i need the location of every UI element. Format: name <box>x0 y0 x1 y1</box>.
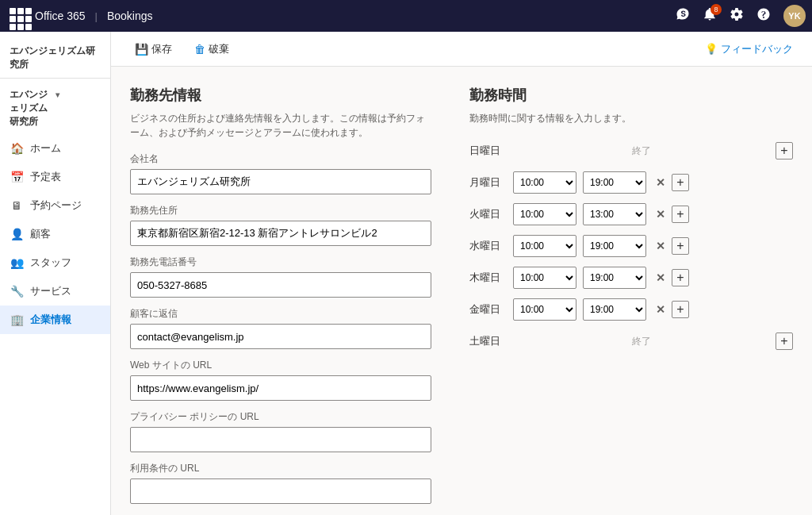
sidebar-item-services[interactable]: 🔧 サービス <box>0 277 110 306</box>
wednesday-start-select[interactable]: 10:009:00 <box>513 235 576 257</box>
app-name: Office 365 <box>35 10 86 22</box>
remove-tuesday-button[interactable]: ✕ <box>653 206 668 222</box>
sidebar-item-staff[interactable]: 👥 スタッフ <box>0 248 110 277</box>
thursday-start-select[interactable]: 10:009:00 <box>513 267 576 289</box>
monday-start-select[interactable]: 10:009:0011:00 <box>513 171 576 194</box>
website-label: Web サイトの URL <box>130 359 431 372</box>
address-label: 勤務先住所 <box>130 204 431 217</box>
hours-title: 勤務時間 <box>469 86 793 105</box>
sidebar-item-business-info[interactable]: 🏢 企業情報 <box>0 306 110 334</box>
settings-icon[interactable] <box>730 7 744 25</box>
reply-label: 顧客に返信 <box>130 307 431 321</box>
topbar-divider: | <box>95 10 98 22</box>
day-label-thursday: 木曜日 <box>469 271 513 285</box>
remove-friday-button[interactable]: ✕ <box>653 302 668 317</box>
hours-desc: 勤務時間に関する情報を入力します。 <box>469 111 793 125</box>
business-info-section: 勤務先情報 ビジネスの住所および連絡先情報を入力します。この情報は予約フォーム、… <box>130 86 431 515</box>
privacy-label: プライバシー ポリシーの URL <box>130 410 431 424</box>
friday-start-select[interactable]: 10:009:00 <box>513 298 576 321</box>
discard-button[interactable]: 🗑 破棄 <box>190 39 234 60</box>
sidebar-item-home[interactable]: 🏠 ホーム <box>0 134 110 163</box>
thursday-end-select[interactable]: 19:0018:00 <box>583 267 646 289</box>
hours-row-monday: 月曜日 10:009:0011:00 19:0018:0020:00 ✕ + <box>469 170 793 195</box>
services-icon: 🔧 <box>10 285 24 298</box>
chevron-down-icon: ▾ <box>56 90 102 101</box>
phone-input[interactable] <box>130 272 431 298</box>
day-label-sunday: 日曜日 <box>469 144 513 158</box>
terms-input[interactable] <box>130 478 431 504</box>
save-button[interactable]: 💾 保存 <box>130 39 177 60</box>
terms-label: 利用条件の URL <box>130 462 431 475</box>
add-friday-button[interactable]: + <box>672 301 689 318</box>
address-group: 勤務先住所 <box>130 204 431 246</box>
sidebar-item-booking-page[interactable]: 🖥 予約ページ <box>0 191 110 220</box>
remove-thursday-button[interactable]: ✕ <box>653 270 668 286</box>
discard-icon: 🗑 <box>194 43 205 56</box>
help-icon[interactable] <box>756 7 771 25</box>
sidebar-item-customers-label: 顧客 <box>30 227 51 241</box>
sidebar-item-business-info-label: 企業情報 <box>30 313 71 327</box>
add-tuesday-button[interactable]: + <box>672 206 689 223</box>
website-input[interactable] <box>130 375 431 401</box>
add-thursday-button[interactable]: + <box>672 269 689 286</box>
business-info-title: 勤務先情報 <box>130 86 431 105</box>
add-sunday-button[interactable]: + <box>776 142 793 159</box>
day-label-friday: 金曜日 <box>469 302 513 317</box>
tuesday-end-select[interactable]: 13:0012:0014:00 <box>583 203 646 225</box>
main-content: 💾 保存 🗑 破棄 💡 フィードバック 勤務先情報 ビジネスの住所および連絡先情… <box>111 32 812 515</box>
staff-icon: 👥 <box>10 256 24 269</box>
org-expandable-label: エバンジェリズム研究所 <box>10 88 56 128</box>
hours-row-sunday: 日曜日 終了 + <box>469 138 793 163</box>
remove-wednesday-button[interactable]: ✕ <box>653 238 668 254</box>
phone-label: 勤務先電話番号 <box>130 256 431 269</box>
wednesday-end-select[interactable]: 19:0018:00 <box>583 235 646 257</box>
org-expandable[interactable]: エバンジェリズム研究所 ▾ <box>0 79 110 134</box>
home-icon: 🏠 <box>10 142 24 155</box>
app-module-name: Bookings <box>107 10 153 22</box>
tuesday-start-select[interactable]: 10:009:00 <box>513 203 576 225</box>
add-monday-button[interactable]: + <box>672 174 689 191</box>
sidebar-item-customers[interactable]: 👤 顧客 <box>0 220 110 248</box>
friday-end-select[interactable]: 19:0018:00 <box>583 298 646 321</box>
sidebar-nav: 🏠 ホーム 📅 予定表 🖥 予約ページ 👤 顧客 👥 スタッフ 🔧 サー <box>0 134 110 334</box>
hours-row-saturday: 土曜日 終了 + <box>469 329 793 354</box>
save-icon: 💾 <box>135 43 148 56</box>
feedback-button[interactable]: 💡 フィードバック <box>705 42 793 56</box>
notification-badge: 8 <box>710 4 722 15</box>
sidebar-item-calendar-label: 予定表 <box>30 170 61 184</box>
company-name-input[interactable] <box>130 169 431 194</box>
add-saturday-button[interactable]: + <box>776 332 793 350</box>
address-input[interactable] <box>130 221 431 246</box>
feedback-label: フィードバック <box>721 42 793 56</box>
remove-monday-button[interactable]: ✕ <box>653 175 668 190</box>
company-name-label: 会社名 <box>130 152 431 166</box>
sidebar: エバンジェリズム研究所 エバンジェリズム研究所 ▾ 🏠 ホーム 📅 予定表 🖥 … <box>0 32 111 515</box>
lightbulb-icon: 💡 <box>705 43 718 55</box>
customers-icon: 👤 <box>10 228 24 240</box>
sidebar-item-booking-page-label: 予約ページ <box>30 198 82 213</box>
business-hours-section: 勤務時間 勤務時間に関する情報を入力します。 日曜日 終了 + 月曜日 10:0… <box>469 86 793 515</box>
day-label-wednesday: 水曜日 <box>469 239 513 253</box>
booking-page-icon: 🖥 <box>10 199 24 212</box>
toolbar: 💾 保存 🗑 破棄 💡 フィードバック <box>111 32 812 67</box>
company-name-group: 会社名 <box>130 152 431 194</box>
reply-input[interactable] <box>130 324 431 349</box>
hours-row-friday: 金曜日 10:009:00 19:0018:00 ✕ + <box>469 297 793 322</box>
avatar[interactable]: YK <box>783 5 806 27</box>
sidebar-item-services-label: サービス <box>30 284 71 298</box>
skype-icon[interactable] <box>676 7 690 25</box>
phone-group: 勤務先電話番号 <box>130 256 431 298</box>
monday-end-select[interactable]: 19:0018:0020:00 <box>583 171 646 194</box>
business-info-desc: ビジネスの住所および連絡先情報を入力します。この情報は予約フォーム、および予約メ… <box>130 111 431 140</box>
waffle-menu-button[interactable] <box>6 5 29 27</box>
sidebar-item-home-label: ホーム <box>30 141 61 156</box>
reply-group: 顧客に返信 <box>130 307 431 349</box>
save-label: 保存 <box>151 42 172 56</box>
website-group: Web サイトの URL <box>130 359 431 401</box>
sidebar-item-calendar[interactable]: 📅 予定表 <box>0 163 110 191</box>
add-wednesday-button[interactable]: + <box>672 237 689 255</box>
notification-bell-icon[interactable]: 8 <box>703 7 717 25</box>
sidebar-item-staff-label: スタッフ <box>30 256 71 270</box>
privacy-input[interactable] <box>130 427 431 452</box>
calendar-icon: 📅 <box>10 171 24 183</box>
